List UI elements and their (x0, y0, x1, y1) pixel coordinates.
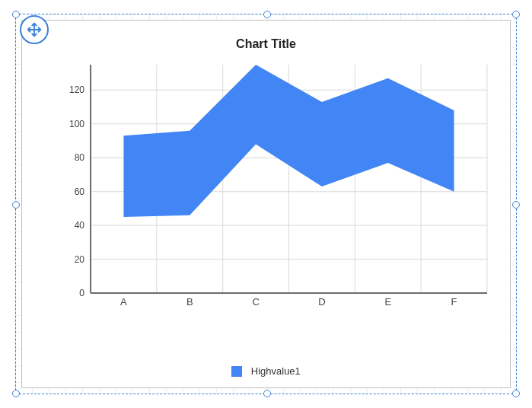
svg-text:60: 60 (75, 186, 85, 197)
svg-text:40: 40 (75, 220, 85, 231)
svg-text:0: 0 (79, 288, 84, 298)
legend-label: Highvalue1 (251, 365, 301, 377)
resize-handle-bottom-right[interactable] (512, 390, 520, 397)
resize-handle-right[interactable] (512, 201, 520, 209)
svg-text:120: 120 (69, 84, 84, 95)
legend-swatch-icon (231, 366, 242, 377)
svg-text:100: 100 (69, 119, 84, 129)
chart-object[interactable]: Chart Title 020406080100120ABCDEF Highva… (21, 20, 511, 388)
svg-text:20: 20 (75, 254, 85, 265)
chart-svg: 020406080100120ABCDEF (68, 65, 495, 308)
resize-handle-top-right[interactable] (512, 11, 520, 18)
svg-text:B: B (186, 296, 193, 308)
resize-handle-bottom-left[interactable] (12, 390, 20, 397)
resize-handle-bottom[interactable] (263, 390, 271, 397)
svg-text:C: C (252, 296, 259, 308)
svg-text:D: D (318, 296, 325, 308)
resize-handle-top-left[interactable] (12, 11, 20, 18)
resize-handle-left[interactable] (12, 201, 20, 209)
legend[interactable]: Highvalue1 (22, 365, 510, 377)
editor-canvas: Chart Title 020406080100120ABCDEF Highva… (0, 0, 532, 408)
svg-text:80: 80 (75, 152, 85, 163)
svg-text:E: E (384, 296, 391, 308)
svg-text:F: F (451, 296, 457, 308)
chart-title[interactable]: Chart Title (22, 37, 510, 51)
svg-text:A: A (120, 296, 127, 308)
resize-handle-top[interactable] (263, 11, 271, 18)
move-handle-icon[interactable] (20, 15, 49, 44)
plot-area[interactable]: 020406080100120ABCDEF (68, 65, 495, 308)
